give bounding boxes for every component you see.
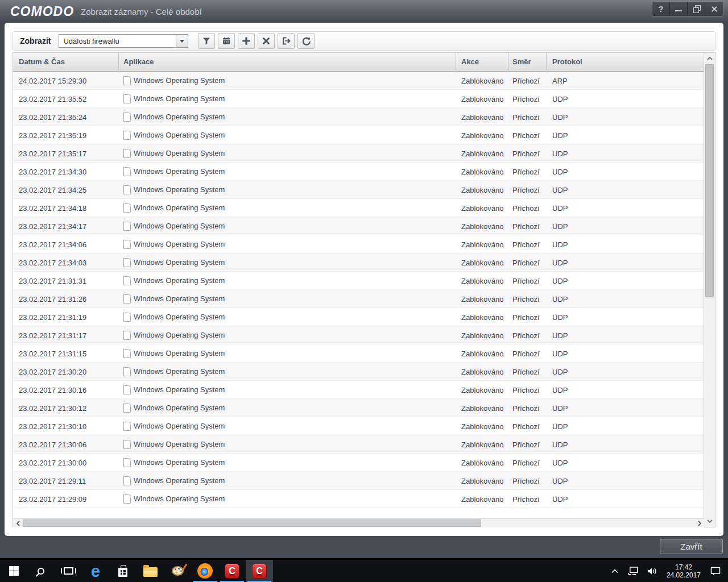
app-name: Windows Operating System	[134, 167, 225, 176]
cell-direction: Příchozí	[512, 367, 540, 376]
column-header-direction[interactable]: Směr	[512, 57, 531, 66]
dropdown-arrow-button[interactable]	[176, 35, 188, 47]
table-row[interactable]: 23.02.2017 21:34:30 Windows Operating Sy…	[13, 163, 704, 181]
paint-button[interactable]	[164, 560, 191, 582]
clock-time: 17:42	[667, 563, 701, 571]
table-row[interactable]: 23.02.2017 21:35:19 Windows Operating Sy…	[13, 126, 704, 144]
horizontal-scrollbar[interactable]	[13, 518, 704, 527]
table-row[interactable]: 23.02.2017 21:34:03 Windows Operating Sy…	[13, 253, 704, 272]
calendar-button[interactable]	[218, 33, 235, 49]
file-explorer-button[interactable]	[136, 560, 164, 582]
filter-button[interactable]	[198, 33, 215, 49]
column-header-application[interactable]: Aplikace	[123, 57, 154, 66]
cell-protocol: UDP	[552, 276, 568, 285]
refresh-button[interactable]	[297, 33, 315, 49]
export-button[interactable]	[278, 33, 295, 49]
table-row[interactable]: 23.02.2017 21:29:09 Windows Operating Sy…	[13, 490, 704, 508]
table-row[interactable]: 23.02.2017 21:31:15 Windows Operating Sy…	[13, 344, 704, 363]
scroll-up-arrow-icon[interactable]	[704, 53, 715, 64]
taskbar-clock[interactable]: 17:42 24.02.2017	[662, 563, 705, 579]
cell-application: Windows Operating System	[123, 294, 225, 304]
delete-button[interactable]	[258, 33, 275, 49]
cell-datetime: 23.02.2017 21:35:17	[19, 149, 86, 157]
table-row[interactable]: 23.02.2017 21:31:26 Windows Operating Sy…	[13, 290, 704, 308]
cell-datetime: 23.02.2017 21:30:00	[19, 458, 86, 467]
firefox-button[interactable]	[191, 560, 218, 582]
table-row[interactable]: 23.02.2017 21:30:06 Windows Operating Sy…	[13, 435, 704, 454]
table-row[interactable]: 23.02.2017 21:34:06 Windows Operating Sy…	[13, 235, 704, 253]
table-row[interactable]: 23.02.2017 21:30:12 Windows Operating Sy…	[13, 399, 704, 417]
start-button[interactable]	[0, 560, 27, 582]
window-title: Zobrazit záznamy - Celé období	[81, 7, 202, 16]
restore-button[interactable]	[688, 2, 705, 16]
table-row[interactable]: 23.02.2017 21:35:24 Windows Operating Sy…	[13, 108, 704, 126]
edge-button[interactable]: e	[82, 560, 109, 582]
scroll-left-arrow-icon[interactable]	[13, 519, 23, 527]
cell-protocol: UDP	[552, 185, 568, 194]
cell-direction: Příchozí	[512, 349, 540, 357]
cell-application: Windows Operating System	[123, 258, 225, 267]
system-tray: 17:42 24.02.2017	[607, 560, 728, 582]
comodo-active-button[interactable]: C	[246, 560, 273, 582]
cell-action: Zablokováno	[461, 349, 503, 357]
vertical-scrollbar[interactable]	[704, 53, 715, 527]
app-name: Windows Operating System	[134, 240, 225, 248]
close-icon	[711, 6, 718, 13]
comodo-button[interactable]: C	[218, 560, 246, 582]
cell-datetime: 23.02.2017 21:31:31	[19, 276, 86, 285]
close-button[interactable]	[705, 2, 723, 16]
cell-direction: Příchozí	[512, 404, 540, 412]
table-row[interactable]: 23.02.2017 21:31:17 Windows Operating Sy…	[13, 326, 704, 344]
horizontal-scrollbar-thumb[interactable]	[23, 519, 481, 527]
table-row[interactable]: 23.02.2017 21:35:17 Windows Operating Sy…	[13, 144, 704, 163]
cell-protocol: UDP	[552, 258, 568, 267]
file-icon	[123, 76, 131, 85]
windows-logo-icon	[9, 566, 19, 576]
scroll-down-arrow-icon[interactable]	[704, 516, 715, 527]
cell-protocol: UDP	[552, 367, 568, 376]
app-name: Windows Operating System	[134, 131, 225, 139]
cell-protocol: UDP	[552, 167, 568, 176]
cell-datetime: 23.02.2017 21:31:17	[19, 331, 86, 339]
column-header-protocol[interactable]: Protokol	[552, 57, 582, 66]
tray-chevron-button[interactable]	[607, 560, 623, 582]
app-name: Windows Operating System	[134, 440, 225, 448]
search-button[interactable]	[27, 560, 55, 582]
network-button[interactable]	[624, 560, 642, 582]
action-center-button[interactable]	[706, 560, 725, 582]
column-header-datetime[interactable]: Datum & Čas	[19, 57, 65, 66]
cell-datetime: 23.02.2017 21:29:11	[19, 476, 86, 485]
file-icon	[123, 458, 131, 467]
table-row[interactable]: 23.02.2017 21:34:25 Windows Operating Sy…	[13, 181, 704, 199]
table-row[interactable]: 23.02.2017 21:35:52 Windows Operating Sy…	[13, 90, 704, 108]
table-row[interactable]: 23.02.2017 21:30:16 Windows Operating Sy…	[13, 381, 704, 399]
file-icon	[123, 276, 131, 285]
task-view-button[interactable]	[55, 560, 82, 582]
volume-button[interactable]	[643, 560, 661, 582]
vertical-scrollbar-thumb[interactable]	[705, 64, 714, 297]
cell-datetime: 23.02.2017 21:35:52	[19, 94, 86, 103]
table-row[interactable]: 23.02.2017 21:34:18 Windows Operating Sy…	[13, 199, 704, 217]
add-button[interactable]	[238, 33, 255, 49]
cell-application: Windows Operating System	[123, 494, 225, 504]
help-button[interactable]: ?	[652, 2, 670, 16]
cell-action: Zablokováno	[461, 422, 503, 430]
column-header-action[interactable]: Akce	[461, 57, 479, 66]
close-window-button[interactable]: Zavřít	[660, 539, 723, 554]
table-row[interactable]: 23.02.2017 21:31:31 Windows Operating Sy…	[13, 272, 704, 290]
table-row[interactable]: 23.02.2017 21:29:11 Windows Operating Sy…	[13, 472, 704, 490]
cell-protocol: UDP	[552, 476, 568, 485]
table-row[interactable]: 23.02.2017 21:34:17 Windows Operating Sy…	[13, 217, 704, 235]
scroll-right-arrow-icon[interactable]	[694, 519, 704, 527]
minimize-button[interactable]	[670, 2, 688, 16]
cell-protocol: UDP	[552, 203, 568, 212]
store-button[interactable]	[109, 560, 136, 582]
file-icon	[123, 203, 131, 213]
log-type-dropdown[interactable]: Události firewallu	[59, 34, 188, 48]
table-row[interactable]: 23.02.2017 21:30:00 Windows Operating Sy…	[13, 454, 704, 472]
table-row[interactable]: 24.02.2017 15:29:30 Windows Operating Sy…	[13, 72, 704, 90]
table-row[interactable]: 23.02.2017 21:31:19 Windows Operating Sy…	[13, 308, 704, 326]
table-row[interactable]: 23.02.2017 21:30:10 Windows Operating Sy…	[13, 417, 704, 435]
table-row[interactable]: 23.02.2017 21:30:20 Windows Operating Sy…	[13, 363, 704, 381]
file-icon	[123, 294, 131, 304]
